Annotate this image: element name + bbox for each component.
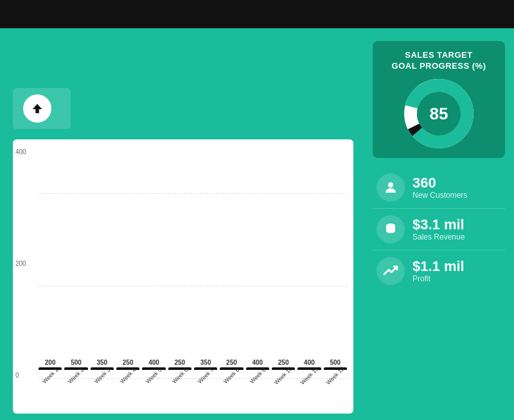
customers-label: New Customers bbox=[412, 191, 467, 200]
bar-group: 350Week 7 bbox=[194, 359, 217, 379]
bar-group: 400Week 5 bbox=[142, 359, 165, 379]
bar-rect bbox=[142, 367, 165, 370]
title-section bbox=[13, 41, 353, 139]
bar-group: 250Week 8 bbox=[220, 359, 243, 379]
bar-rect bbox=[220, 367, 243, 370]
profit-label: Profit bbox=[412, 274, 465, 283]
stat-row-revenue: $3.1 mil Sales Revenue bbox=[373, 209, 505, 250]
bar-value: 400 bbox=[304, 359, 315, 366]
revenue-label: Sales Revenue bbox=[412, 232, 465, 241]
main-layout: 0 200 400 200Week 1500Week 2350Week 3250… bbox=[0, 28, 514, 420]
profit-value: $1.1 mil bbox=[412, 259, 465, 274]
svg-point-4 bbox=[388, 182, 393, 188]
bar-group: 250Week 10 bbox=[272, 359, 295, 379]
bar-value: 500 bbox=[330, 359, 341, 366]
header bbox=[0, 0, 514, 28]
donut-center-value: 85 bbox=[430, 103, 448, 123]
bar-group: 400Week 9 bbox=[246, 359, 269, 379]
bar-value: 500 bbox=[71, 359, 82, 366]
bar-value: 250 bbox=[226, 359, 237, 366]
person-icon-circle bbox=[377, 173, 405, 202]
target-card-title: SALES TARGETGOAL PROGRESS (%) bbox=[392, 50, 486, 72]
y-axis-labels: 0 200 400 bbox=[15, 148, 26, 379]
bar-value: 250 bbox=[278, 359, 289, 366]
revenue-text: $3.1 mil Sales Revenue bbox=[412, 217, 465, 241]
trending-icon-circle bbox=[377, 257, 405, 285]
bar-value: 200 bbox=[45, 359, 56, 366]
bar-value: 400 bbox=[252, 359, 263, 366]
person-icon bbox=[383, 180, 398, 195]
chart-inner: 0 200 400 200Week 1500Week 2350Week 3250… bbox=[39, 148, 347, 394]
stat-row-customers: 360 New Customers bbox=[373, 167, 505, 209]
bar-group: 200Week 1 bbox=[39, 359, 62, 379]
left-panel: 0 200 400 200Week 1500Week 2350Week 3250… bbox=[0, 28, 366, 420]
revenue-value: $3.1 mil bbox=[412, 217, 465, 232]
donut-chart: 85 bbox=[403, 78, 474, 149]
bar-group: 400Week 11 bbox=[297, 359, 321, 379]
bar-value: 350 bbox=[96, 359, 107, 366]
bars-container: 200Week 1500Week 2350Week 3250Week 4400W… bbox=[39, 148, 347, 379]
bar-value: 400 bbox=[148, 359, 159, 366]
trending-icon bbox=[383, 263, 398, 279]
arrow-up-icon bbox=[23, 94, 51, 123]
bar-group: 500Week 2 bbox=[64, 359, 87, 379]
bar-rect bbox=[64, 367, 87, 370]
coins-icon-circle bbox=[377, 215, 405, 243]
bar-value: 250 bbox=[174, 359, 185, 366]
bar-chart: 0 200 400 200Week 1500Week 2350Week 3250… bbox=[13, 139, 353, 414]
customers-value: 360 bbox=[412, 175, 467, 191]
right-panel: SALES TARGETGOAL PROGRESS (%) 85 bbox=[366, 28, 514, 420]
target-card: SALES TARGETGOAL PROGRESS (%) 85 bbox=[373, 41, 505, 158]
avg-sales-box bbox=[13, 88, 71, 129]
profit-text: $1.1 mil Profit bbox=[412, 259, 465, 283]
coins-icon bbox=[383, 222, 398, 237]
customers-text: 360 New Customers bbox=[412, 175, 467, 200]
bar-group: 350Week 3 bbox=[91, 359, 114, 379]
bar-value: 250 bbox=[123, 359, 134, 366]
bar-value: 350 bbox=[200, 359, 211, 366]
bar-group: 500Week 12 bbox=[324, 359, 347, 379]
quarterly-title bbox=[13, 41, 353, 76]
bar-group: 250Week 6 bbox=[168, 359, 191, 379]
bar-group: 250Week 4 bbox=[116, 359, 139, 379]
stat-row-profit: $1.1 mil Profit bbox=[373, 250, 505, 292]
